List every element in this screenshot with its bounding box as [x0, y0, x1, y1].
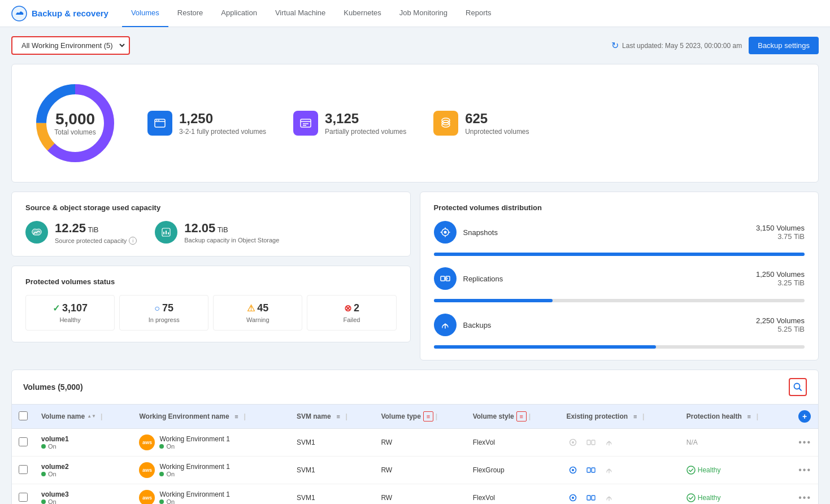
separator-4: | [436, 412, 437, 420]
svg-rect-8 [301, 119, 311, 127]
stat-icon-fully-protected [147, 111, 172, 136]
row2-health-cell: Healthy [680, 457, 792, 484]
status-warning: ⚠ 45 Warning [213, 295, 302, 331]
replication-icon [434, 267, 457, 290]
filter-we-name[interactable]: ≡ [232, 411, 242, 422]
backup-capacity-label: Backup capacity in Object Storage [184, 237, 279, 244]
row1-snapshot-icon[interactable] [566, 436, 580, 449]
table-row: volume2 On aws Working Environment 1 [12, 457, 818, 484]
source-capacity-title: Source & object storage used capacity [25, 203, 397, 212]
volumes-title: Volumes (5,000) [23, 383, 83, 392]
source-capacity-info-icon[interactable]: i [129, 237, 137, 245]
tab-virtual-machine[interactable]: Virtual Machine [266, 0, 334, 27]
search-button[interactable] [789, 378, 807, 396]
row3-we-name: Working Environment 1 [159, 490, 230, 498]
svg-rect-21 [592, 440, 595, 445]
source-capacity-label: Source protected capacity i [55, 237, 137, 245]
filter-volume-type[interactable]: ≡ [423, 411, 433, 422]
backup-settings-button[interactable]: Backup settings [749, 37, 819, 54]
th-protection-health: Protection health ≡ | [680, 405, 792, 429]
svg-point-6 [157, 120, 158, 121]
row3-protection-cell [559, 484, 679, 505]
row1-replication-icon[interactable] [584, 436, 598, 449]
row2-protection-cell [559, 457, 679, 484]
svg-point-31 [687, 494, 695, 502]
filter-volume-style[interactable]: ≡ [516, 411, 527, 422]
sort-icon-volume-name[interactable]: ▲▼ [87, 414, 96, 419]
protected-status-card: Protected volumes status ✓ 3,107 Healthy… [11, 266, 411, 342]
total-volumes-label: Total volumes [54, 128, 95, 136]
separator-6: | [642, 412, 644, 420]
add-column-button[interactable]: + [798, 410, 811, 423]
two-col-section: Source & object storage used capacity 12… [11, 192, 819, 360]
svg-point-26 [687, 466, 695, 474]
svg-rect-20 [587, 440, 590, 445]
row3-backup-icon[interactable] [602, 491, 616, 504]
status-count-healthy: ✓ 3,107 [53, 302, 88, 314]
dist-snapshots-row: Snapshots 3,150 Volumes 3.75 TiB [434, 221, 805, 244]
filter-existing-protection[interactable]: ≡ [630, 411, 640, 422]
row1-checkbox[interactable] [19, 437, 28, 446]
svg-rect-25 [592, 468, 595, 472]
replications-volumes: 1,250 Volumes [756, 270, 805, 279]
refresh-icon[interactable]: ↻ [611, 40, 619, 51]
svg-rect-24 [587, 468, 590, 472]
dist-replications: Replications 1,250 Volumes 3.25 TiB [434, 267, 805, 302]
left-column: Source & object storage used capacity 12… [11, 192, 411, 360]
row3-more-button[interactable]: ••• [798, 493, 811, 502]
tab-kubernetes[interactable]: Kubernetes [334, 0, 390, 27]
th-svm-name: SVM name ≡ | [290, 405, 374, 429]
snapshots-tib: 3.75 TiB [777, 232, 805, 241]
select-all-checkbox[interactable] [19, 411, 28, 420]
row1-style-cell: FlexVol [466, 429, 560, 457]
row1-actions-cell: ••• [792, 429, 818, 457]
row1-more-button[interactable]: ••• [798, 437, 811, 447]
stat-info-unprotected: 625 Unprotected volumes [465, 111, 529, 136]
filter-svm-name[interactable]: ≡ [333, 411, 344, 422]
stat-fully-protected: 1,250 3-2-1 fully protected volumes [147, 111, 266, 136]
status-count-progress: ○ 75 [154, 302, 173, 314]
row2-checkbox[interactable] [19, 465, 28, 474]
row2-backup-icon[interactable] [602, 463, 616, 477]
row3-actions-cell: ••• [792, 484, 818, 505]
progress-icon: ○ [154, 303, 160, 314]
row3-checkbox[interactable] [19, 493, 28, 502]
env-selector[interactable]: All Working Environment (5) [15, 38, 127, 53]
row2-more-button[interactable]: ••• [798, 465, 811, 475]
svg-rect-30 [592, 496, 595, 500]
status-label-warning: Warning [246, 316, 270, 323]
row2-replication-icon[interactable] [584, 463, 598, 477]
stat-info-fully-protected: 1,250 3-2-1 fully protected volumes [179, 111, 266, 136]
separator-1: | [101, 412, 102, 420]
filter-protection-health[interactable]: ≡ [744, 411, 754, 422]
stat-value-fully-protected: 1,250 [179, 111, 266, 127]
th-existing-protection: Existing protection ≡ | [559, 405, 679, 429]
backup-capacity-item: 12.05 TiB Backup capacity in Object Stor… [155, 221, 279, 244]
source-capacity-number: 12.25 TiB [55, 221, 137, 236]
row3-snapshot-icon[interactable] [566, 491, 580, 504]
tab-application[interactable]: Application [212, 0, 266, 27]
tab-volumes[interactable]: Volumes [122, 0, 168, 27]
th-volume-style: Volume style ≡ | [466, 405, 560, 429]
snapshots-bar [434, 253, 805, 256]
dist-snapshots: Snapshots 3,150 Volumes 3.75 TiB [434, 221, 805, 256]
row3-health-value: Healthy [686, 493, 785, 502]
status-label-failed: Failed [343, 316, 360, 323]
tab-restore[interactable]: Restore [168, 0, 212, 27]
row3-replication-icon[interactable] [584, 491, 598, 504]
backups-tib: 5.25 TiB [777, 325, 805, 333]
row1-backup-icon[interactable] [602, 436, 616, 449]
row2-snapshot-icon[interactable] [566, 463, 580, 477]
row2-volume-status: On [41, 471, 125, 477]
replications-stats: 1,250 Volumes 3.25 TiB [725, 270, 805, 287]
status-healthy: ✓ 3,107 Healthy [25, 295, 115, 331]
backup-capacity-icon [155, 221, 177, 244]
dist-backups: Backups 2,250 Volumes 5.25 TiB [434, 314, 805, 349]
snapshots-label: Snapshots [463, 228, 719, 237]
volumes-header: Volumes (5,000) [12, 370, 818, 405]
separator-3: | [346, 412, 347, 420]
row1-health-value: N/A [686, 438, 698, 446]
tab-job-monitoring[interactable]: Job Monitoring [390, 0, 457, 27]
dist-replications-row: Replications 1,250 Volumes 3.25 TiB [434, 267, 805, 290]
tab-reports[interactable]: Reports [457, 0, 501, 27]
